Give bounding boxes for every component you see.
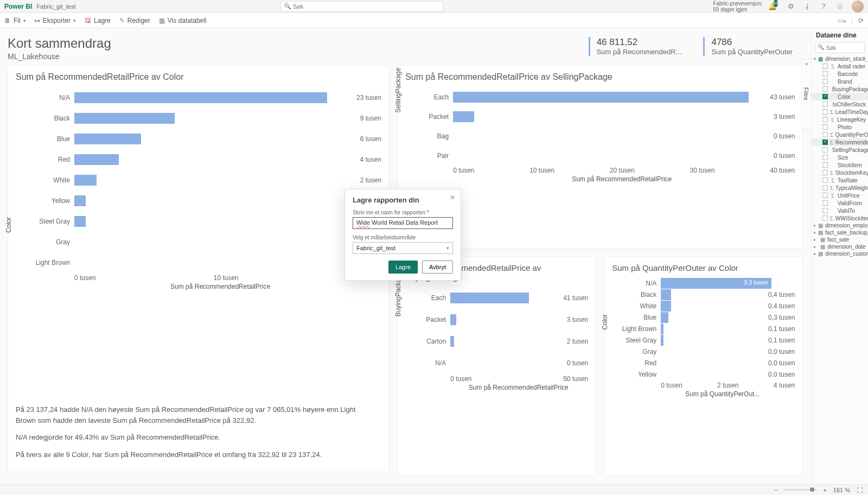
fit-page-icon[interactable]: ⛶	[857, 487, 863, 493]
table-node[interactable]: ▾▦dimension_stock_item	[812, 55, 868, 62]
global-search-input[interactable]	[280, 1, 443, 12]
field-item[interactable]: Σ LineageKey	[812, 116, 868, 123]
fields-search[interactable]: 🔍	[815, 42, 865, 53]
checkbox[interactable]	[822, 86, 828, 92]
report-name-label: Skriv inn et navn for rapporten *	[353, 210, 453, 215]
table-node[interactable]: ▸▦fact_sale_backup_b48...	[812, 229, 868, 236]
table-node[interactable]: ▸▦dimension_customer	[812, 250, 868, 257]
global-search[interactable]: 🔍	[280, 1, 443, 12]
checkbox[interactable]	[822, 64, 828, 69]
status-bar: − + 161 % ⛶	[0, 484, 868, 495]
dialog-save-button[interactable]: Lagre	[388, 261, 418, 274]
checkbox[interactable]	[822, 155, 828, 160]
field-item[interactable]: Σ Recommended...	[812, 138, 868, 146]
table-node[interactable]: ▸▦dimension_employee	[812, 222, 868, 229]
chevron-down-icon: ▾	[446, 245, 449, 251]
chevron-down-icon: ▾	[73, 18, 76, 23]
trial-status[interactable]: Fabric-prøveversjon: 59 dager igjen	[713, 1, 763, 12]
refresh-icon[interactable]: ⟳	[858, 17, 864, 24]
field-item[interactable]: Photo	[812, 123, 868, 131]
datatable-button[interactable]: ▦ Vis datatabell	[159, 17, 207, 24]
zoom-in-button[interactable]: +	[823, 487, 826, 493]
field-item[interactable]: Color	[812, 93, 868, 100]
field-item[interactable]: Barcode	[812, 70, 868, 78]
save-icon: 🖫	[85, 17, 91, 24]
page-title: Kort sammendrag	[8, 36, 111, 51]
chart-card-color-qty[interactable]: Sum på QuantityPerOuter av Color Color N…	[604, 256, 803, 476]
checkbox[interactable]	[822, 94, 828, 99]
app-topbar: Power BI Fabric_git_test 🔍 Fabric-prøvev…	[0, 0, 868, 13]
field-item[interactable]: Σ QuantityPerOut...	[812, 131, 868, 138]
checkbox[interactable]	[822, 208, 828, 213]
chevron-down-icon: ▾	[23, 18, 26, 23]
workspace-select-label: Velg et målarbeidsområde	[353, 234, 453, 240]
dialog-title: Lagre rapporten din	[353, 196, 453, 204]
field-item[interactable]: Brand	[812, 78, 868, 85]
kpi-card[interactable]: 46 811,52 Sum på RecommendedR...	[589, 37, 682, 56]
checkbox[interactable]	[822, 215, 828, 221]
table-node[interactable]: ▸▦fact_sale	[812, 236, 868, 243]
report-name-input[interactable]: Wide World Retail Data Report	[353, 217, 453, 229]
layout-icon[interactable]: ▭▾	[838, 17, 846, 24]
checkbox[interactable]	[822, 193, 828, 198]
pencil-icon: ✎	[119, 17, 125, 24]
checkbox[interactable]	[822, 71, 828, 77]
checkbox[interactable]	[822, 132, 828, 137]
kpi-card[interactable]: 4786 Sum på QuantityPerOuter	[703, 37, 793, 56]
checkbox[interactable]	[822, 162, 828, 168]
zoom-level: 161 %	[833, 487, 850, 493]
field-item[interactable]: BuyingPackage	[812, 85, 868, 93]
checkbox[interactable]	[822, 139, 828, 145]
chart-card-color-price[interactable]: Sum på RecommendedRetailPrice av Color C…	[8, 65, 390, 472]
field-item[interactable]: Σ TypicalWeightP...	[812, 184, 868, 192]
field-item[interactable]: Σ Antall rader	[812, 62, 868, 70]
field-item[interactable]: StockItem	[812, 161, 868, 169]
download-icon[interactable]: ⭳	[803, 2, 812, 11]
checkbox[interactable]	[822, 170, 828, 175]
checkbox[interactable]	[822, 117, 828, 122]
page-subtitle: ML_Lakehouse	[8, 52, 111, 61]
field-item[interactable]: Σ LeadTimeDays	[812, 108, 868, 116]
export-icon: ↦	[35, 17, 40, 24]
checkbox[interactable]	[822, 185, 828, 191]
field-item[interactable]: Σ WWIStockItemID	[812, 214, 868, 222]
dialog-cancel-button[interactable]: Avbryt	[422, 261, 453, 274]
export-menu[interactable]: ↦ Eksporter ▾	[35, 17, 76, 24]
workspace-name[interactable]: Fabric_git_test	[36, 3, 75, 10]
checkbox[interactable]	[822, 79, 828, 84]
help-icon[interactable]: ?	[819, 2, 828, 11]
field-item[interactable]: IsChillerStock	[812, 100, 868, 108]
edit-button[interactable]: ✎ Rediger	[119, 17, 150, 24]
field-item[interactable]: ValidFrom	[812, 199, 868, 207]
workspace-select[interactable]: Fabric_git_test ▾	[353, 242, 453, 254]
table-icon: ▦	[159, 17, 165, 24]
avatar[interactable]	[852, 1, 864, 12]
data-pane-title: Dataene dine	[816, 31, 864, 39]
filters-pane-collapsed[interactable]: « Filtre	[801, 59, 811, 129]
save-button[interactable]: 🖫 Lagre	[85, 17, 111, 24]
feedback-icon[interactable]: ☺	[835, 2, 844, 11]
chevron-left-icon: «	[803, 62, 809, 65]
field-item[interactable]: Σ TaxRate	[812, 176, 868, 184]
settings-icon[interactable]: ⚙	[787, 2, 795, 11]
data-pane: Dataene dine 🔍 ▾▦dimension_stock_item Σ …	[811, 28, 868, 484]
checkbox[interactable]	[822, 101, 828, 107]
close-icon[interactable]: ✕	[450, 194, 455, 201]
checkbox[interactable]	[822, 124, 828, 130]
checkbox[interactable]	[822, 200, 828, 206]
zoom-slider[interactable]	[784, 489, 816, 491]
chart-card-buyingpkg[interactable]: Sum på RecommendedRetailPrice av BuyingP…	[397, 256, 596, 476]
zoom-out-button[interactable]: −	[774, 487, 777, 493]
field-item[interactable]: SellingPackage	[812, 146, 868, 154]
checkbox[interactable]	[822, 147, 828, 153]
field-item[interactable]: Σ StockItemKey	[812, 169, 868, 176]
field-item[interactable]: Size	[812, 154, 868, 161]
table-node[interactable]: ▸▦dimension_date	[812, 243, 868, 250]
checkbox[interactable]	[822, 109, 828, 115]
field-item[interactable]: ValidTo	[812, 207, 868, 214]
narrative-block: På 23 137,24 hadde N/A den høyeste Sum p…	[16, 404, 381, 466]
notifications-icon[interactable]: 🔔10	[770, 2, 779, 11]
checkbox[interactable]	[822, 177, 828, 183]
field-item[interactable]: Σ UnitPrice	[812, 192, 868, 199]
file-menu[interactable]: 🗎 Fil ▾	[4, 17, 26, 24]
